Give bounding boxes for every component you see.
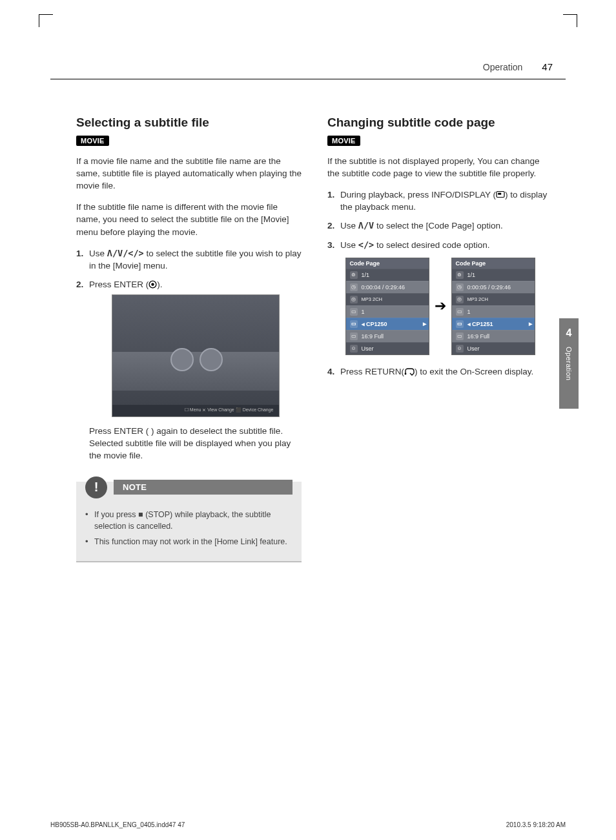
arrow-right-icon: ➔ [435,298,446,314]
osd-value: 1 [467,309,471,315]
osd-row: ◷0:00:04 / 0:29:46 [346,281,429,293]
step-text: to select the [Code Page] option. [374,221,503,230]
step-continuation: Press ENTER ( ) again to deselect the su… [89,425,302,462]
note-item: If you press ■ (STOP) while playback, th… [85,509,293,532]
movie-menu-screenshot: ☐ Menu ⨯ View Change ⬛ Device Change [112,294,280,417]
step-text: Use [340,240,358,250]
left-intro-1: If a movie file name and the subtitle fi… [76,155,302,192]
osd-value: 0:00:04 / 0:29:46 [362,284,406,291]
subtitle-icon: ▭ [350,308,358,316]
right-step-4: Press RETURN() to exit the On-Screen dis… [327,365,553,378]
note-list: If you press ■ (STOP) while playback, th… [85,509,293,548]
note-text: This function may not work in the [Home … [94,536,287,548]
osd-value: 16:9 Full [467,333,490,340]
osd-row: ▭1 [346,305,429,318]
page-frame: Operation 47 Selecting a subtitle file M… [50,32,566,808]
osd-row: ⊚1/1 [346,269,429,281]
info-display-icon [496,190,505,199]
user-icon: ☺ [350,345,358,353]
header-page-number: 47 [542,61,553,72]
nav-arrows-icon: Λ/V/</> [107,248,144,258]
movie-tag: MOVIE [327,136,360,146]
svg-point-1 [152,283,154,285]
osd-value: 0:00:05 / 0:29:46 [467,284,511,291]
left-heading: Selecting a subtitle file [76,115,302,130]
footer-datetime: 2010.3.5 9:18:20 AM [506,821,566,828]
right-steps-cont: Press RETURN() to exit the On-Screen dis… [327,365,553,378]
chapter-label: Operation [565,347,573,380]
osd-value: ◂ CP1251 [467,321,493,327]
osd-value: 1/1 [362,272,370,278]
left-intro-2: If the subtitle file name is different w… [76,201,302,238]
header-section: Operation [483,62,522,72]
step-text: During playback, press INFO/DISPLAY ( [340,190,496,200]
left-step-1: Use Λ/V/</> to select the subtitle file … [76,247,302,272]
svg-rect-3 [498,193,501,195]
subtitle-icon: ▭ [456,308,464,316]
osd-row: ☺User [346,342,429,354]
osd-title: Code Page [346,258,429,269]
audio-icon: ◎ [456,296,464,303]
chapter-number: 4 [566,327,572,339]
osd-title: Code Page [452,258,535,269]
osd-row: ◷0:00:05 / 0:29:46 [452,281,535,293]
aspect-icon: ▭ [350,333,358,340]
right-intro: If the subtitle is not displayed properl… [327,155,553,179]
chapter-side-tab: 4 Operation [559,318,579,409]
osd-row: ▭16:9 Full [346,330,429,342]
osd-row-selected: ▭◂ CP1251 [452,318,535,330]
print-footer: HB905SB-A0.BPANLLK_ENG_0405.indd47 47 20… [50,821,566,828]
osd-row: ▭1 [452,305,535,318]
left-step-2: Press ENTER (). ☐ Menu ⨯ View Change ⬛ D… [76,278,302,462]
footer-filename: HB905SB-A0.BPANLLK_ENG_0405.indd47 47 [50,821,185,828]
aspect-icon: ▭ [456,333,464,340]
note-exclamation-icon: ! [85,476,107,498]
step-text: ). [157,280,162,289]
left-right-arrows-icon: </> [358,240,374,250]
osd-value: 1 [362,309,365,315]
note-box: ! NOTE If you press ■ (STOP) while playb… [76,482,302,562]
osd-row: ☺User [452,342,535,354]
osd-row: ◎MP3 2CH [346,293,429,305]
osd-screenshot-pair: Code Page ⊚1/1 ◷0:00:04 / 0:29:46 ◎MP3 2… [327,258,553,355]
right-column: Changing subtitle code page MOVIE If the… [327,115,553,808]
osd-value: ◂ CP1250 [362,321,387,327]
svg-point-4 [405,373,407,374]
step-text: to select desired code option. [374,240,489,250]
osd-value: MP3 2CH [362,297,383,302]
right-step-2: Use Λ/V to select the [Code Page] option… [327,220,553,232]
osd-value: 1/1 [467,272,476,278]
crop-mark [563,14,577,27]
step-text: ) to exit the On-Screen display. [415,367,533,376]
osd-row-selected: ▭◂ CP1250 [346,318,429,330]
osd-row: ◎MP3 2CH [452,293,535,305]
codepage-icon: ▭ [456,320,464,328]
note-title: NOTE [114,480,293,495]
right-step-1: During playback, press INFO/DISPLAY () t… [327,189,553,213]
step-text: Use [89,249,107,258]
note-header: ! NOTE [85,476,293,504]
osd-value: User [362,345,374,352]
step-text: Press ENTER ( [89,280,149,289]
note-item: This function may not work in the [Home … [85,536,293,548]
right-step-3: Use </> to select desired code option. [327,239,553,251]
left-column: Selecting a subtitle file MOVIE If a mov… [76,115,302,808]
return-icon [404,368,415,376]
left-steps: Use Λ/V/</> to select the subtitle file … [76,247,302,462]
osd-before: Code Page ⊚1/1 ◷0:00:04 / 0:29:46 ◎MP3 2… [345,258,429,355]
osd-value: MP3 2CH [467,297,489,302]
osd-value: 16:9 Full [362,333,384,340]
disc-icon: ⊚ [350,271,358,279]
up-down-arrows-icon: Λ/V [358,220,374,230]
codepage-icon: ▭ [350,320,358,328]
audio-icon: ◎ [350,296,358,303]
user-icon: ☺ [456,345,464,353]
note-text: If you press [94,510,138,519]
right-heading: Changing subtitle code page [327,115,553,130]
step-text: Press RETURN( [340,367,404,376]
content-area: Selecting a subtitle file MOVIE If a mov… [50,79,566,808]
step-text: Use [340,221,358,230]
step-text: Press ENTER ( ) again to deselect the su… [89,426,291,460]
crop-mark [39,14,53,27]
running-header: Operation 47 [50,32,566,79]
